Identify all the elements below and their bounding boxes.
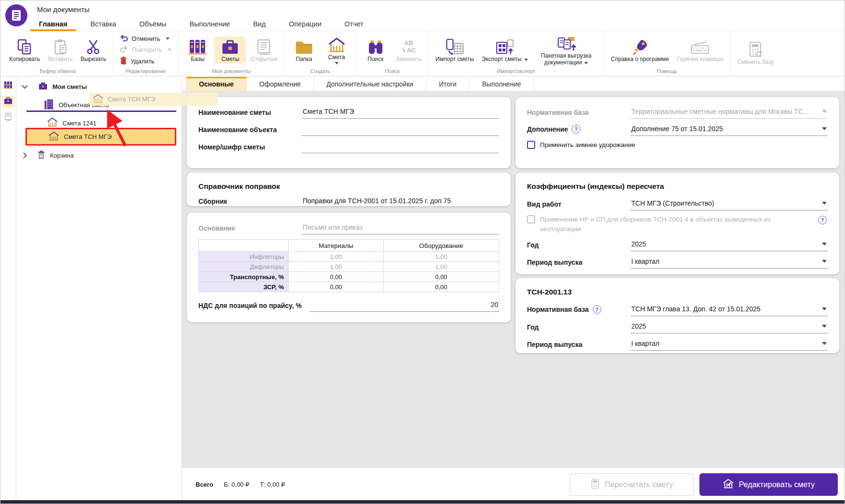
- ribbon-tab-bar: Главная Вставка Объёмы Выполнение Вид Оп…: [27, 17, 845, 31]
- about-button[interactable]: Справка о программе: [608, 37, 673, 64]
- field-value: ТСН МГЭ глава 13. Доп. 42 от 15.01.2025: [631, 305, 760, 313]
- basis-card: Основание Письмо или приказ Материалы Об…: [187, 213, 511, 322]
- rail-open-documents-button[interactable]: [2, 111, 15, 123]
- export-estimate-button[interactable]: Экспорт сметы: [478, 37, 531, 64]
- ribbon-group-clipboard: Копировать Вставить Вырезать Буфер обмен…: [2, 31, 113, 76]
- table-cell[interactable]: 1,00: [289, 252, 384, 262]
- batch-export-button[interactable]: Пакетная выгрузка документации: [532, 33, 600, 67]
- edit-estimate-button[interactable]: Редактировать смету: [699, 473, 838, 496]
- tsn13-year-select[interactable]: 2025: [630, 322, 828, 333]
- ribbon-tab-view[interactable]: Вид: [242, 17, 277, 31]
- drag-direction-arrow: [98, 107, 139, 151]
- tab-totals[interactable]: Итоги: [426, 77, 469, 91]
- app-logo-icon[interactable]: [5, 4, 27, 26]
- ribbon-tab-report[interactable]: Отчет: [333, 17, 375, 31]
- sbornik-value[interactable]: Поправки для ТСН-2001 от 15.01.2025 г. д…: [302, 196, 499, 208]
- ribbon-group-help: Справка о программе Горячие клавиши Помо…: [604, 31, 731, 76]
- vat-input[interactable]: 20: [310, 300, 499, 312]
- field-label: Номер/шифр сметы: [198, 143, 302, 153]
- copy-button[interactable]: Копировать: [6, 37, 44, 64]
- recalculate-button[interactable]: Пересчитать смету: [570, 473, 694, 496]
- tsn13-period-select[interactable]: I квартал: [630, 339, 828, 351]
- estimate-name-input[interactable]: Смета ТСН МГЭ: [302, 107, 499, 119]
- tree-item-trash[interactable]: Корзина: [23, 150, 74, 161]
- import-estimate-button[interactable]: Импорт сметы: [432, 37, 478, 64]
- row-label: ЗСР, %: [199, 282, 289, 292]
- replace-icon: AB ↳AC: [402, 38, 416, 56]
- open-documents-button[interactable]: Открытые: [247, 37, 281, 64]
- change-base-button[interactable]: Сменить базу: [734, 39, 778, 67]
- ribbon-group-label: Редактирование: [117, 68, 174, 76]
- help-icon[interactable]: [818, 216, 827, 224]
- trash-icon: [120, 56, 127, 66]
- button-label: Горячие клавиши: [677, 56, 723, 63]
- ribbon-tab-operations[interactable]: Операции: [277, 17, 333, 31]
- button-label: Поиск: [367, 56, 383, 63]
- ribbon-tab-home[interactable]: Главная: [27, 17, 79, 31]
- supplement-select[interactable]: Дополнение 75 от 15.01.2025: [630, 124, 828, 136]
- edit-house-icon: [723, 479, 734, 491]
- tab-execution[interactable]: Выполнение: [469, 77, 534, 91]
- search-button[interactable]: Поиск: [360, 37, 392, 64]
- row-label: Инфляторы: [199, 252, 289, 262]
- period-select[interactable]: I квартал: [630, 257, 828, 269]
- ribbon-group-label: [734, 74, 778, 76]
- undo-button[interactable]: Отменить: [120, 34, 171, 43]
- object-name-input[interactable]: [302, 124, 499, 136]
- help-icon[interactable]: [572, 125, 580, 134]
- tab-additional-settings[interactable]: Дополнительные настройки: [314, 77, 426, 91]
- new-estimate-button[interactable]: Смета: [321, 35, 353, 66]
- help-icon[interactable]: [593, 305, 601, 314]
- bases-button[interactable]: Базы: [182, 37, 213, 64]
- table-cell[interactable]: 0,00: [383, 282, 499, 292]
- table-cell[interactable]: 1,00: [383, 262, 499, 272]
- ribbon-tab-volumes[interactable]: Объёмы: [128, 17, 178, 31]
- estimate-number-input[interactable]: [302, 142, 499, 153]
- export-icon: [495, 38, 515, 56]
- section-title: Справочник поправок: [198, 182, 499, 191]
- hotkeys-button[interactable]: Горячие клавиши: [674, 37, 727, 64]
- field-label: Наименование сметы: [198, 109, 302, 119]
- table-cell[interactable]: 1,00: [383, 252, 499, 262]
- cut-button[interactable]: Вырезать: [77, 37, 110, 64]
- field-basis: Основание Письмо или приказ: [198, 221, 499, 234]
- tab-main[interactable]: Основные: [186, 77, 247, 91]
- table-cell[interactable]: 1,00: [289, 262, 384, 272]
- folder-button[interactable]: Папка: [288, 37, 320, 64]
- paste-button[interactable]: Вставить: [45, 37, 76, 64]
- tree-item-smeta-1241[interactable]: Смета 1241: [47, 117, 97, 129]
- tree-item-label: Смета 1241: [62, 120, 97, 127]
- winter-markup-checkbox[interactable]: Применить зимнее удорожание: [527, 140, 828, 150]
- ribbon-tab-execution[interactable]: Выполнение: [178, 17, 242, 31]
- chevron-down-icon: [822, 127, 827, 130]
- field-object-name: Наименование объекта: [198, 123, 499, 136]
- delete-button[interactable]: Удалить: [120, 56, 171, 66]
- rail-bases-button[interactable]: [2, 80, 15, 92]
- paste-icon: [52, 38, 69, 56]
- trash-icon: [37, 150, 46, 161]
- field-label: Сборник: [198, 197, 302, 208]
- tree-item-my-estimates[interactable]: Мои сметы: [23, 82, 87, 92]
- estimates-button[interactable]: Сметы: [214, 37, 246, 64]
- basis-input[interactable]: Письмо или приказ: [302, 223, 499, 234]
- main-content: Основные Оформление Дополнительные настр…: [182, 77, 845, 467]
- field-label: Нормативная база: [527, 109, 630, 119]
- replace-button[interactable]: AB ↳AC Заменить: [392, 37, 425, 64]
- tree-item-label: Корзина: [50, 152, 74, 159]
- redo-button[interactable]: Повторить: [120, 45, 171, 54]
- table-cell[interactable]: 0,00: [289, 282, 384, 292]
- nr-sp-checkbox[interactable]: Применение НР и СП для сборников ТСН-200…: [527, 215, 828, 234]
- table-cell[interactable]: 0,00: [383, 272, 499, 282]
- tab-formatting[interactable]: Оформление: [247, 77, 314, 91]
- ribbon-tab-insert[interactable]: Вставка: [79, 17, 128, 31]
- work-type-select[interactable]: ТСН МГЭ (Строительство): [630, 199, 828, 210]
- ribbon-group-label: Буфер обмена: [6, 68, 110, 76]
- rail-estimates-button[interactable]: [2, 96, 15, 108]
- year-select[interactable]: 2025: [630, 240, 828, 251]
- tsn13-base-select[interactable]: ТСН МГЭ глава 13. Доп. 42 от 15.01.2025: [630, 305, 828, 316]
- normative-base-select[interactable]: Территориальные сметные нормативы для Мо…: [630, 107, 828, 119]
- chevron-down-icon: [22, 83, 28, 89]
- table-cell[interactable]: 0,00: [289, 272, 384, 282]
- ribbon-toolbar: Копировать Вставить Вырезать Буфер обмен…: [0, 31, 845, 76]
- chevron-down-icon: [822, 342, 827, 345]
